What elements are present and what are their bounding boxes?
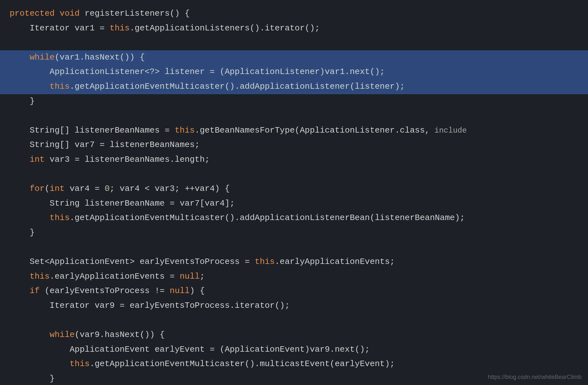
- code-editor: protected void registerListeners() { Ite…: [0, 0, 588, 385]
- code-line: }: [0, 94, 588, 109]
- code-line: String[] var7 = listenerBeanNames;: [0, 138, 588, 152]
- code-line: this.getApplicationEventMulticaster().ad…: [0, 211, 588, 225]
- code-line: Iterator var9 = earlyEventsToProcess.ite…: [0, 299, 588, 313]
- code-line: Iterator var1 = this.getApplicationListe…: [0, 21, 588, 36]
- code-line: [0, 36, 588, 50]
- code-line: this.getApplicationEventMulticaster().mu…: [0, 357, 588, 372]
- code-line: this.getApplicationEventMulticaster().ad…: [0, 79, 588, 94]
- include-hint: include: [430, 126, 467, 135]
- code-line: ApplicationListener<?> listener = (Appli…: [0, 65, 588, 79]
- code-line: protected void registerListeners() {: [0, 6, 588, 21]
- code-line: String[] listenerBeanNames = this.getBea…: [0, 123, 588, 138]
- code-content: protected void registerListeners() { Ite…: [0, 6, 588, 385]
- code-line: Set<ApplicationEvent> earlyEventsToProce…: [0, 255, 588, 269]
- code-line: if (earlyEventsToProcess != null) {: [0, 284, 588, 299]
- code-line: while(var1.hasNext()) {: [0, 50, 588, 65]
- code-line: ApplicationEvent earlyEvent = (Applicati…: [0, 342, 588, 357]
- watermark: https://blog.csdn.net/whiteBearClimb: [488, 373, 582, 382]
- code-line: while(var9.hasNext()) {: [0, 328, 588, 342]
- code-line: for(int var4 = 0; var4 < var3; ++var4) {: [0, 182, 588, 196]
- code-line: [0, 313, 588, 328]
- code-line: [0, 109, 588, 123]
- code-line: this.earlyApplicationEvents = null;: [0, 269, 588, 284]
- code-line: }: [0, 225, 588, 240]
- code-line: int var3 = listenerBeanNames.length;: [0, 152, 588, 167]
- code-line: [0, 240, 588, 255]
- code-line: String listenerBeanName = var7[var4];: [0, 196, 588, 211]
- code-line: [0, 167, 588, 182]
